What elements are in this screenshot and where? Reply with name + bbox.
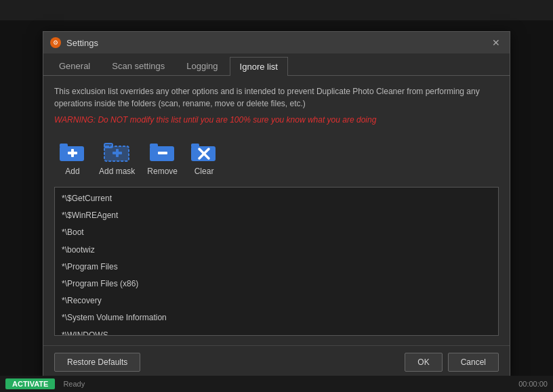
cancel-button[interactable]: Cancel — [448, 353, 499, 372]
svg-rect-9 — [150, 144, 158, 148]
list-item[interactable]: *\bootwiz — [56, 242, 497, 259]
tab-scan-settings[interactable]: Scan settings — [102, 56, 175, 75]
add-label: Add — [65, 167, 79, 176]
time-display: 00:00:00 — [518, 380, 548, 388]
svg-rect-1 — [60, 144, 68, 148]
svg-rect-12 — [191, 144, 199, 148]
ok-button[interactable]: OK — [405, 353, 442, 372]
activate-button[interactable]: ACTIVATE — [5, 378, 55, 389]
add-icon — [58, 135, 87, 164]
status-text: Ready — [63, 380, 85, 388]
tab-logging[interactable]: Logging — [176, 56, 228, 75]
tab-general[interactable]: General — [49, 56, 100, 75]
dialog-content: This exclusion list overrides any other … — [43, 76, 510, 345]
list-item[interactable]: *\Program Files — [56, 259, 497, 276]
dialog-close-button[interactable]: ✕ — [489, 36, 503, 49]
toolbar: Add Add mask — [54, 133, 499, 179]
info-text: This exclusion list overrides any other … — [54, 85, 499, 110]
svg-rect-5 — [104, 144, 112, 148]
add-button[interactable]: Add — [54, 133, 91, 179]
dialog-overlay: ⚙ Settings ✕ General Scan settings Loggi… — [0, 20, 553, 376]
list-item[interactable]: *\$WinREAgent — [56, 207, 497, 224]
app-bottom-bar: ACTIVATE Ready 00:00:00 — [0, 376, 553, 392]
dialog-titlebar: ⚙ Settings ✕ — [43, 32, 510, 53]
dialog-title: Settings — [66, 38, 484, 48]
warning-text: WARNING: Do NOT modify this list until y… — [54, 115, 499, 125]
restore-defaults-button[interactable]: Restore Defaults — [54, 353, 140, 372]
settings-icon: ⚙ — [50, 37, 61, 48]
list-item[interactable]: *\Recovery — [56, 292, 497, 309]
clear-icon — [190, 135, 218, 164]
remove-icon — [148, 135, 177, 164]
add-mask-label: Add mask — [99, 167, 135, 176]
clear-label: Clear — [194, 167, 214, 176]
tabs-bar: General Scan settings Logging Ignore lis… — [43, 53, 510, 76]
remove-button[interactable]: Remove — [143, 133, 182, 179]
list-item[interactable]: *\System Volume Information — [56, 309, 497, 326]
list-item[interactable]: *\Boot — [56, 224, 497, 241]
svg-rect-7 — [112, 152, 122, 154]
remove-label: Remove — [147, 167, 178, 176]
tab-ignore-list[interactable]: Ignore list — [230, 57, 288, 76]
list-item[interactable]: *\Program Files (x86) — [56, 276, 497, 292]
settings-dialog: ⚙ Settings ✕ General Scan settings Loggi… — [43, 31, 510, 379]
list-item[interactable]: *\$GetCurrent — [56, 190, 497, 207]
svg-rect-10 — [158, 152, 167, 154]
add-mask-button[interactable]: Add mask — [95, 133, 139, 179]
list-item[interactable]: *\WINDOWS — [56, 327, 497, 336]
add-mask-icon — [103, 135, 131, 164]
svg-rect-3 — [68, 152, 77, 154]
ignore-list[interactable]: *\$GetCurrent *\$WinREAgent *\Boot *\boo… — [54, 187, 499, 336]
dialog-footer: Restore Defaults OK Cancel — [43, 345, 510, 378]
clear-button[interactable]: Clear — [186, 133, 222, 179]
